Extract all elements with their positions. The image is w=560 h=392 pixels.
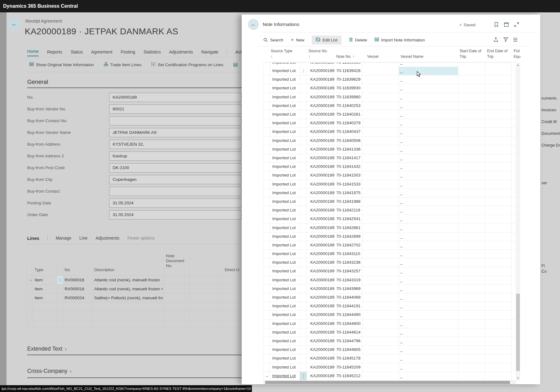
cell-source-no[interactable]: KA20000189 (310, 182, 334, 186)
cell-vessel-name[interactable]: _ (400, 260, 403, 265)
action-show-original-note-information[interactable]: Show Original Note Information (29, 62, 94, 67)
cell-vessel-name[interactable]: _ (400, 269, 403, 273)
cell-source-type[interactable]: Imported Lot (272, 147, 296, 151)
field-value-input[interactable]: KYSTVEJEN 32, (109, 140, 242, 149)
factbox-fragment[interactable]: Co (541, 269, 547, 274)
note-row[interactable]: Imported LotKA2000018970-11645209_ (263, 363, 516, 372)
note-row[interactable]: Imported LotKA2000018970-11642661_ (263, 224, 516, 232)
lines-menu-adjustments[interactable]: Adjustments (95, 236, 119, 241)
factbox-fragment[interactable]: ser (541, 181, 547, 185)
cell-vessel-name[interactable]: _ (400, 347, 403, 352)
edit-list-button[interactable]: Edit List (312, 36, 342, 45)
cell-vessel-name[interactable]: _ (400, 173, 403, 177)
cell-note-no[interactable]: 70-11641336 (336, 147, 361, 151)
extended-text-section[interactable]: Extended Text › (27, 346, 66, 352)
cell-vessel-name[interactable]: _ (400, 243, 403, 247)
cell-source-type[interactable]: Imported Lot (272, 251, 296, 256)
cell-vessel-name[interactable]: _ (400, 339, 403, 343)
cell-source-type[interactable]: Imported Lot (272, 373, 296, 378)
cell-source-no[interactable]: KA20000189 (310, 103, 334, 108)
note-row[interactable]: Imported LotKA2000018970-11642702_ (263, 241, 516, 250)
cell-note-no[interactable]: 70-11639930 (336, 86, 361, 90)
cell-note-no[interactable]: 70-11641988 (336, 199, 361, 204)
cell-source-no[interactable]: KA20000189 (310, 86, 334, 90)
field-value-input[interactable] (109, 187, 242, 196)
search-button[interactable]: Search (263, 38, 283, 42)
page-back-button[interactable]: ← (7, 17, 21, 31)
tab-navigate[interactable]: Navigate (201, 49, 218, 56)
cell-vessel-name[interactable]: _ (400, 251, 403, 256)
cell-source-type[interactable]: Imported Lot (272, 121, 296, 125)
panel-back-button[interactable]: ← (248, 19, 259, 30)
field-value-input[interactable]: 60021 (109, 104, 242, 114)
scroll-up-icon[interactable]: ▲ (516, 64, 520, 66)
horizontal-scroll-thumb[interactable] (265, 381, 510, 384)
note-row[interactable]: Imported LotKA2000018970-11640506_ (263, 137, 516, 145)
cell-vessel-name[interactable]: _ (400, 190, 403, 195)
note-row[interactable]: Imported LotKA2000018970-11642119_ (263, 206, 516, 215)
factbox-fragment[interactable]: Fi (541, 263, 545, 268)
cell-note-no[interactable]: 70-11645209 (336, 365, 361, 369)
cell-note-no[interactable]: 70-11642541 (336, 216, 361, 221)
lines-cell-type[interactable]: Item (35, 287, 43, 291)
sort-asc-icon[interactable]: ↑ (308, 54, 310, 59)
factbox-fragment[interactable]: Charge Do (541, 143, 560, 147)
cell-vessel-name[interactable]: _ (400, 156, 403, 160)
cell-note-no[interactable]: 70-11640253 (336, 103, 361, 108)
tab-status[interactable]: Status (70, 49, 83, 56)
col-vessel[interactable]: Vessel (367, 54, 379, 59)
lines-cell-no[interactable]: RV000024 (65, 296, 84, 300)
cell-source-no[interactable]: KA20000189 (310, 278, 334, 282)
cell-note-no[interactable]: 70-11642661 (336, 225, 361, 230)
cell-source-no[interactable]: KA20000189 (310, 365, 334, 369)
delete-button[interactable]: Delete (349, 37, 367, 43)
lines-cell-no[interactable]: RV000018 (65, 287, 84, 291)
note-row[interactable]: Imported LotKA2000018970-11641975_ (263, 189, 516, 198)
lines-cell-description[interactable]: Atlantic cod (norsk), manuelt frozen > 6… (94, 287, 163, 291)
note-row[interactable]: Imported LotKA2000018970-11644069_ (263, 293, 516, 302)
cell-source-type[interactable]: Imported Lot (272, 278, 296, 282)
cell-note-no[interactable]: 70-11640506 (336, 138, 361, 143)
cell-vessel-name[interactable]: _ (400, 321, 403, 326)
note-row[interactable]: Imported LotKA2000018970-11639629_ (263, 75, 516, 84)
note-row[interactable]: Imported LotKA2000018970-11639930_ (263, 84, 516, 93)
cell-vessel-name[interactable]: _ (400, 121, 403, 125)
lines-cell-description[interactable]: Saithe(= Pollock) (norsk), manuelt froze… (94, 296, 163, 300)
cell-note-no[interactable]: 70-11643969 (336, 286, 361, 291)
cell-source-type[interactable]: Imported Lot (272, 339, 296, 343)
cell-vessel-name[interactable]: _ (400, 103, 403, 108)
cell-note-no[interactable]: 70-11639629 (336, 77, 361, 82)
cell-source-no[interactable]: KA20000189 (310, 138, 334, 143)
note-row[interactable]: Imported LotKA2000018970-11640281_ (263, 110, 516, 119)
cell-vessel-name[interactable]: _ (400, 312, 403, 317)
cell-source-type[interactable]: Imported Lot (272, 68, 296, 73)
cell-vessel-name[interactable]: _ (400, 77, 403, 82)
cell-source-no[interactable]: KA20000189 (310, 330, 334, 334)
bookmark-icon[interactable] (494, 22, 499, 28)
col-source-type[interactable]: Source Type (271, 49, 292, 53)
partial-top-row[interactable]: Imported LotKA2000018970-11639380_ (263, 63, 516, 67)
cell-vessel-name[interactable]: _ (400, 86, 403, 90)
sort-asc-icon[interactable]: ↑ (271, 54, 273, 59)
row-menu-dots[interactable]: ⋮ (302, 68, 306, 73)
cell-source-type[interactable]: Imported Lot (272, 164, 296, 169)
field-value-input[interactable]: DK-2100 (109, 163, 242, 173)
cell-source-no[interactable]: KA20000189 (310, 251, 334, 256)
cell-note-no[interactable]: 70-11644796 (336, 339, 361, 343)
cell-source-no[interactable]: KA20000189 (310, 304, 334, 308)
cell-source-type[interactable]: Imported Lot (272, 356, 296, 360)
col-clipped-2[interactable]: Equ (514, 54, 520, 59)
note-row[interactable]: Imported LotKA2000018970-11644614_ (263, 328, 516, 337)
choose-columns-icon[interactable] (513, 37, 518, 43)
cell-vessel-name[interactable]: _ (400, 129, 403, 134)
cell-source-no[interactable]: KA20000189 (310, 216, 334, 221)
cell-vessel-name[interactable]: _ (400, 365, 403, 369)
cell-source-type[interactable]: Imported Lot (272, 77, 296, 82)
note-row[interactable]: Imported LotKA2000018970-11644490_ (263, 311, 516, 319)
cell-note-no[interactable]: 70-11642702 (336, 243, 361, 247)
cell-source-type[interactable]: Imported Lot (272, 234, 296, 239)
col-clipped[interactable]: Fisl (514, 49, 520, 53)
cell-source-no[interactable]: KA20000189 (310, 260, 334, 265)
field-value-input[interactable]: Copenhagen (109, 175, 242, 184)
import-note-information-button[interactable]: Import Note Information (375, 37, 425, 42)
